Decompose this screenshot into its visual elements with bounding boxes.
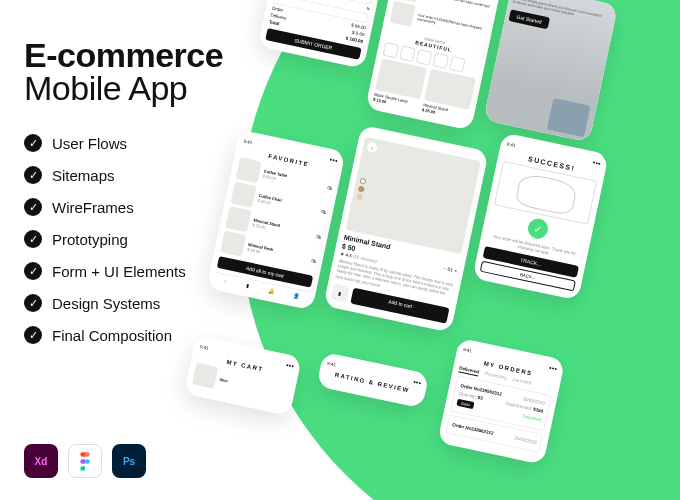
chair-image [547,98,591,137]
category-chip[interactable] [383,42,400,59]
category-chip[interactable] [432,52,449,69]
tab-canceled[interactable]: Canceled [512,377,532,388]
screen-favorite: 9:41●●● FAVORITE Coffee Table$ 50.00🛍 Co… [206,130,345,311]
feature-item: ✓Final Composition [24,326,223,344]
bell-icon[interactable]: 🔔 [267,287,274,294]
qty-stepper[interactable]: − 01 + [443,264,458,273]
feature-item: ✓Design Systems [24,294,223,312]
svg-point-0 [85,459,90,464]
feature-item: ✓Prototyping [24,230,223,248]
hero-text-panel: E-commerce Mobile App ✓User Flows ✓Sitem… [24,36,223,358]
feature-item: ✓WireFrames [24,198,223,216]
xd-icon: Xd [24,444,58,478]
status-badge: Delivered [522,414,542,423]
person-icon[interactable]: 👤 [292,292,299,299]
bookmark-button[interactable]: ▮ [331,283,350,302]
product-hero-image: ‹ [346,137,481,254]
screen-rating: 9:41●●● RATING & REVIEW [316,352,429,409]
screen-orders: 9:41●●● MY ORDERS Delivered Processing C… [437,338,565,465]
screen-checkout: 9:41●●● CHECK... Shipping Address✎ Bruno… [258,0,388,69]
home-icon[interactable]: ⌂ [223,278,227,284]
tab-delivered[interactable]: Delivered [458,365,479,376]
bookmark-icon[interactable]: ▮ [245,282,249,288]
bag-icon[interactable]: 🛍 [321,208,327,215]
check-circle-icon: ✓ [526,217,550,241]
phone-mockups-group: 9:41●●● CHECK... Shipping Address✎ Bruno… [169,0,680,500]
product-card[interactable]: Black Simple Lamp$ 12.00 [373,58,427,111]
category-chip[interactable] [449,56,466,73]
tool-icons-row: Xd Ps [24,444,146,478]
check-icon: ✓ [24,134,42,152]
figma-icon [68,444,102,478]
check-icon: ✓ [24,262,42,280]
color-swatch[interactable] [358,186,365,193]
bag-icon[interactable]: 🛍 [311,257,317,264]
color-swatch[interactable] [356,193,363,200]
bag-icon[interactable]: 🛍 [316,233,322,240]
check-icon: ✓ [24,294,42,312]
detail-button[interactable]: Detail [456,399,474,409]
screen-onboarding: HOME B... The best simple place where yo… [483,0,618,142]
ps-icon: Ps [112,444,146,478]
color-swatch[interactable] [359,178,366,185]
check-icon: ✓ [24,166,42,184]
screen-success: 9:41●●● SUCCESS! ✓ Your order will be de… [472,132,609,300]
screen-product-detail: ‹ Minimal Stand $ 50 − 01 + ★ 4.5 (50 re… [323,125,489,333]
screen-home: 9:41●●● Your order #123456789 has been c… [365,0,502,131]
feature-item: ✓Sitemaps [24,166,223,184]
check-icon: ✓ [24,326,42,344]
product-card[interactable]: Minimal Stand$ 25.00 [422,69,476,122]
category-chip[interactable] [416,49,433,66]
check-icon: ✓ [24,198,42,216]
category-chip[interactable] [399,45,416,62]
back-icon[interactable]: ‹ [366,141,378,153]
product-price: $ 50 [341,242,356,252]
feature-item: ✓User Flows [24,134,223,152]
check-icon: ✓ [24,230,42,248]
feature-item: ✓Form + UI Elements [24,262,223,280]
feature-list: ✓User Flows ✓Sitemaps ✓WireFrames ✓Proto… [24,134,223,344]
bag-icon[interactable]: 🛍 [326,184,332,191]
get-started-button[interactable]: Get Started [508,9,550,29]
